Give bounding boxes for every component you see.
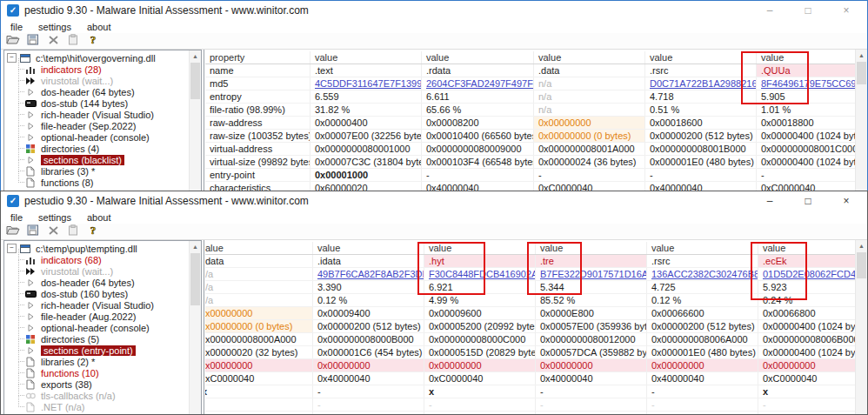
table-cell: 0x00001000	[310, 169, 422, 181]
maximize-button[interactable]: □	[789, 1, 827, 20]
tree-item-libraries-2[interactable]: libraries (2) *	[4, 356, 201, 367]
minimize-button[interactable]: –	[751, 191, 789, 211]
tree-item-.net-n-a[interactable]: .NET (n/a)	[4, 401, 201, 412]
tree-item-dos-stub-144-bytes[interactable]: dos-stub (144 bytes)	[4, 97, 201, 109]
menu-about[interactable]: about	[80, 22, 120, 32]
page-icon	[25, 402, 37, 412]
table-cell: 0.12 %	[313, 294, 424, 306]
table-cell: x00000000 (0 bytes)	[205, 320, 313, 332]
md5-link[interactable]: D0C71A722B1A298821690D2...	[645, 77, 757, 90]
tree-item-sections-entry-point[interactable]: sections (entry-point)	[4, 345, 201, 356]
scrollbar-thumb[interactable]	[857, 252, 866, 278]
tree-item-dos-header-64-bytes[interactable]: dos-header (64 bytes)	[4, 277, 201, 288]
paste-button[interactable]	[65, 35, 81, 48]
column-header[interactable]: property	[205, 51, 310, 64]
tree-item-sections-blacklist[interactable]: sections (blacklist)	[4, 154, 201, 165]
md5-link[interactable]: 136ACC2382C302476B8475A...	[647, 268, 758, 280]
tree-item-directories-5[interactable]: directories (5)	[4, 333, 201, 345]
column-header[interactable]: value	[647, 242, 758, 254]
md5-link[interactable]: 8F46496179E75CC69BAEAD4...	[757, 77, 856, 90]
close-button[interactable]: ×	[827, 1, 865, 20]
help-button[interactable]: ?	[85, 225, 101, 238]
scrollbar-thumb[interactable]	[857, 62, 866, 84]
tree-item-virustotal-wait...[interactable]: virustotal (wait...)	[4, 265, 201, 277]
column-header[interactable]: value	[757, 51, 856, 64]
tree-item-exports-38[interactable]: exports (38)	[4, 378, 201, 390]
tree-item-file-header-sep.2022[interactable]: file-header (Sep.2022)	[4, 120, 201, 131]
scrollbar-thumb[interactable]	[190, 63, 200, 99]
save-button[interactable]	[25, 35, 41, 48]
column-header[interactable]: alue	[205, 242, 313, 254]
menu-about[interactable]: about	[80, 212, 120, 223]
scroll-up-icon[interactable]: ▲	[190, 50, 201, 62]
table-cell: 0x000001E0 (480 bytes)	[647, 346, 758, 358]
delete-button[interactable]	[45, 35, 61, 48]
column-header[interactable]: value	[758, 242, 856, 254]
tree-item-functions-8[interactable]: functions (8)	[4, 177, 201, 188]
window-title: pestudio 9.30 - Malware Initial Assessme…	[24, 195, 309, 207]
tree-item-optional-header-console[interactable]: optional-header (console)	[4, 322, 201, 333]
column-header[interactable]: value	[534, 51, 645, 64]
md5-link[interactable]: 49B7F6CA82F8AB2F3DF57D...	[313, 268, 424, 280]
md5-link[interactable]: F30C8448FDCB416902AE08E...	[424, 268, 536, 280]
table-cell: 6.921	[424, 281, 536, 293]
scrollbar-thumb[interactable]	[190, 253, 200, 305]
scroll-up-icon[interactable]: ▲	[190, 241, 201, 252]
column-header[interactable]: value	[422, 51, 534, 64]
tree-item-file-header-aug.2022[interactable]: file-header (Aug.2022)	[4, 311, 201, 322]
save-button[interactable]	[25, 225, 41, 238]
md5-link[interactable]: B7FE322D9017571D16AAB03...	[536, 268, 647, 280]
tree-item-functions-10[interactable]: functions (10)	[4, 367, 201, 378]
column-header[interactable]: value	[536, 242, 647, 254]
minimize-button[interactable]: –	[751, 1, 789, 20]
tree-scrollbar[interactable]: ▲	[189, 50, 201, 191]
tree-collapse-icon[interactable]: −	[7, 244, 17, 253]
tree-scrollbar[interactable]: ▲	[189, 241, 201, 414]
table-scrollbar[interactable]: ▲	[855, 50, 867, 191]
help-button[interactable]: ?	[85, 35, 101, 48]
column-header[interactable]: value	[310, 51, 422, 64]
menu-settings[interactable]: settings	[31, 22, 80, 32]
tree-collapse-icon[interactable]: −	[7, 53, 17, 63]
help-icon: ?	[88, 224, 98, 239]
tree-item-indicators-28[interactable]: indicators (28)	[4, 64, 201, 75]
scroll-up-icon[interactable]: ▲	[856, 240, 867, 251]
paste-button[interactable]	[65, 225, 81, 238]
tree-item-indicators-68[interactable]: indicators (68)	[4, 254, 201, 265]
open-button[interactable]	[5, 35, 21, 48]
table-cell: x	[205, 385, 313, 398]
page-icon	[25, 166, 37, 177]
paste-icon	[68, 224, 78, 239]
md5-link[interactable]: 2604CF3FAD2497F497FFD81...	[422, 77, 534, 90]
tree-item-tls-callbacks-n-a[interactable]: tls-callbacks (n/a)	[4, 390, 201, 401]
page-icon	[25, 177, 37, 188]
open-button[interactable]	[5, 225, 21, 238]
tree-item-dos-header-64-bytes[interactable]: dos-header (64 bytes)	[4, 86, 201, 97]
tree-item-optional-header-console[interactable]: optional-header (console)	[4, 131, 201, 143]
table-scrollbar[interactable]: ▲	[855, 240, 867, 415]
column-header[interactable]: value	[645, 51, 757, 64]
tree-item-dos-stub-160-bytes[interactable]: dos-stub (160 bytes)	[4, 288, 201, 299]
tree-item-libraries-3[interactable]: libraries (3) *	[4, 165, 201, 177]
delete-button[interactable]	[45, 225, 61, 238]
close-button[interactable]: ×	[827, 191, 865, 211]
menu-file[interactable]: file	[3, 22, 31, 32]
column-header[interactable]: value	[424, 242, 536, 254]
menu-settings[interactable]: settings	[31, 212, 80, 223]
tree-item-directories-4[interactable]: directories (4)	[4, 143, 201, 154]
maximize-button[interactable]: □	[789, 191, 827, 211]
tree-item-root-file[interactable]: −c:\temp\hit\overgoverning.dll	[4, 52, 201, 64]
tri-icon	[25, 345, 37, 356]
tree-item-rich-header-visual-studio[interactable]: rich-header (Visual Studio)	[4, 109, 201, 120]
table-cell: 0x40000040	[536, 372, 647, 385]
table-cell: 0.24 %	[758, 294, 856, 306]
menu-file[interactable]: file	[3, 212, 31, 223]
md5-link[interactable]: 4C5DDF311647E7F13999F58...	[310, 77, 422, 90]
scroll-up-icon[interactable]: ▲	[856, 50, 867, 61]
column-header[interactable]: value	[313, 242, 424, 254]
table-cell: entry-point	[205, 169, 310, 181]
tree-item-rich-header-visual-studio[interactable]: rich-header (Visual Studio)	[4, 299, 201, 311]
tree-item-root-file[interactable]: −c:\temp\pup\tempting.dll	[4, 243, 201, 254]
tree-item-virustotal-wait...[interactable]: virustotal (wait...)	[4, 75, 201, 86]
md5-link[interactable]: 01D5D2E08062FCD4A56DA...	[758, 268, 856, 280]
